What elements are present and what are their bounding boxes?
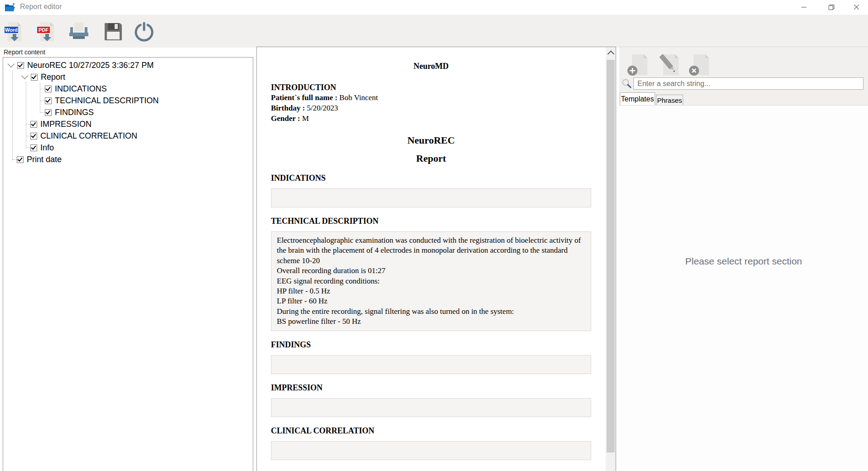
section-heading-findings: FINDINGS — [271, 340, 591, 350]
maximize-button[interactable] — [821, 0, 842, 14]
section-heading-impression: IMPRESSION — [271, 383, 591, 393]
section-textbox-technical-description[interactable]: Electroencephalographic examination was … — [271, 231, 591, 331]
section-textbox-indications[interactable] — [271, 188, 591, 207]
tree-item-label[interactable]: TECHNICAL DESCRIPTION — [55, 96, 159, 106]
report-tree: NeuroREC 10/27/2025 3:36:27 PM Report IN… — [3, 57, 253, 471]
templates-content: Please select report section — [619, 105, 868, 471]
tree-item-technical-description[interactable]: TECHNICAL DESCRIPTION — [3, 95, 159, 106]
gender-field: Gender : M — [271, 113, 591, 124]
save-button[interactable] — [102, 21, 124, 43]
templates-panel: Templates Phrases Please select report s… — [619, 47, 868, 471]
tree-item-label[interactable]: INDICATIONS — [55, 84, 107, 94]
checkbox[interactable] — [17, 62, 24, 69]
chevron-down-icon[interactable] — [21, 72, 29, 79]
section-heading-clinical-correlation: CLINICAL CORRELATION — [271, 426, 591, 436]
window-title: Report editor — [20, 3, 62, 11]
chevron-down-icon[interactable] — [8, 60, 15, 67]
tree-item-label[interactable]: Report — [41, 72, 65, 82]
tree-item-label[interactable]: Info — [40, 143, 54, 153]
section-textbox-clinical-correlation[interactable] — [271, 441, 591, 460]
tree-item-info[interactable]: Info — [3, 142, 54, 154]
empty-state-message: Please select report section — [685, 256, 802, 267]
print-button[interactable] — [68, 21, 90, 43]
tree-item-print-date[interactable]: Print date — [3, 154, 62, 165]
checkbox[interactable] — [30, 121, 37, 128]
patient-name-field: Patient`s full name : Bob Vincent — [271, 92, 591, 103]
report-title: Report — [271, 153, 591, 164]
close-icon — [854, 5, 859, 10]
delete-template-button[interactable] — [688, 53, 712, 78]
tree-item-label[interactable]: CLINICAL CORRELATION — [40, 131, 137, 141]
delete-document-icon — [688, 53, 712, 78]
search-icon — [622, 78, 632, 88]
chevron-up-icon — [607, 50, 614, 58]
birthday-field: Birthday : 5/20/2023 — [271, 103, 591, 113]
intro-heading: INTRODUCTION — [271, 83, 591, 92]
section-heading-technical-description: TECHNICAL DESCRIPTION — [271, 216, 591, 226]
tree-item-label[interactable]: NeuroREC 10/27/2025 3:36:27 PM — [27, 61, 154, 70]
export-pdf-button[interactable]: PDF — [36, 21, 58, 43]
tree-item-label[interactable]: FINDINGS — [55, 108, 94, 117]
add-document-icon — [627, 53, 650, 78]
restore-icon — [829, 5, 834, 10]
brand-title: NeuroMD — [271, 62, 591, 71]
tab-bar: Templates Phrases — [619, 92, 868, 105]
report-content-label: Report content — [4, 48, 45, 56]
section-textbox-impression[interactable] — [271, 398, 591, 417]
tree-item-clinical-correlation[interactable]: CLINICAL CORRELATION — [3, 130, 137, 142]
pdf-download-icon: PDF — [37, 21, 58, 42]
checkbox[interactable] — [30, 133, 37, 139]
document-preview-panel: NeuroMD INTRODUCTION Patient`s full name… — [256, 47, 616, 471]
tab-phrases[interactable]: Phrases — [656, 95, 683, 105]
tree-item-label[interactable]: IMPRESSION — [40, 120, 92, 129]
power-button[interactable] — [133, 21, 155, 43]
power-icon — [134, 22, 154, 42]
minimize-button[interactable] — [794, 0, 815, 14]
close-button[interactable] — [846, 0, 867, 14]
edit-pencil-icon — [658, 53, 681, 78]
checkbox[interactable] — [45, 86, 52, 92]
report-document: NeuroMD INTRODUCTION Patient`s full name… — [257, 47, 606, 471]
section-textbox-findings[interactable] — [271, 355, 591, 374]
tree-item-label[interactable]: Print date — [27, 155, 62, 164]
tree-item-report[interactable]: Report — [3, 71, 65, 83]
minimize-icon — [801, 5, 807, 10]
export-word-button[interactable]: Word — [4, 21, 25, 43]
tab-templates[interactable]: Templates — [620, 92, 655, 105]
section-heading-indications: INDICATIONS — [271, 173, 591, 183]
checkbox[interactable] — [45, 109, 52, 116]
document-scrollbar[interactable] — [606, 47, 616, 471]
svg-text:Word: Word — [5, 27, 18, 33]
search-input[interactable] — [633, 77, 863, 90]
tree-item-neurorec[interactable]: NeuroREC 10/27/2025 3:36:27 PM — [3, 59, 154, 71]
report-title-device: NeuroREC — [271, 135, 591, 146]
main-toolbar: Word PDF — [0, 15, 868, 48]
title-bar: Report editor — [0, 0, 868, 15]
checkbox[interactable] — [31, 74, 38, 81]
printer-icon — [68, 22, 89, 42]
word-download-icon: Word — [4, 21, 25, 42]
checkbox[interactable] — [30, 144, 37, 151]
tree-item-impression[interactable]: IMPRESSION — [3, 118, 92, 130]
scrollbar-up-button[interactable] — [606, 47, 616, 58]
tree-item-indications[interactable]: INDICATIONS — [3, 83, 107, 95]
checkbox[interactable] — [17, 156, 24, 163]
add-template-button[interactable] — [627, 53, 650, 78]
app-folder-icon — [5, 2, 16, 13]
tree-item-findings[interactable]: FINDINGS — [3, 106, 94, 118]
svg-text:PDF: PDF — [39, 27, 48, 33]
save-floppy-icon — [103, 22, 123, 42]
edit-template-button[interactable] — [658, 53, 681, 78]
checkbox[interactable] — [45, 97, 52, 104]
scrollbar-thumb[interactable] — [607, 60, 615, 452]
